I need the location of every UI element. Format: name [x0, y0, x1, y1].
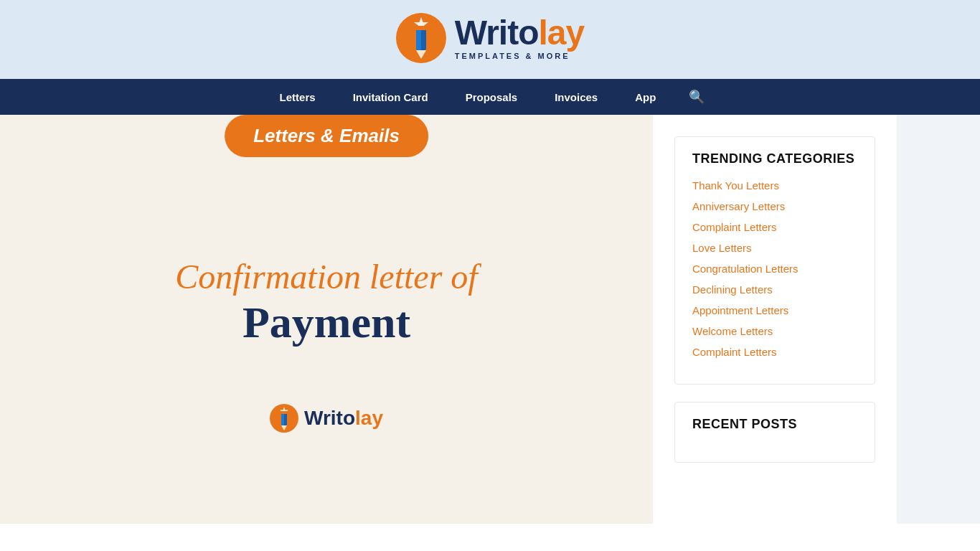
logo-lay: lay — [539, 14, 585, 52]
nav-invoices[interactable]: Invoices — [536, 79, 616, 115]
nav-app[interactable]: App — [616, 79, 674, 115]
hero-area: Confirmation letter of Payment Writolay — [0, 115, 653, 524]
mini-logo: Writolay — [270, 404, 383, 433]
mini-logo-text: Writolay — [304, 407, 383, 430]
sidebar: TRENDING CATEGORIES Thank You Letters An… — [653, 115, 897, 524]
hero-italic: Confirmation letter of — [175, 256, 477, 298]
recent-posts-title: RECENT POSTS — [692, 417, 857, 432]
trending-title: TRENDING CATEGORIES — [692, 151, 857, 166]
sidebar-link-appointment[interactable]: Appointment Letters — [692, 304, 857, 316]
mini-write: Writo — [304, 407, 355, 429]
nav-invitation-card[interactable]: Invitation Card — [334, 79, 447, 115]
sidebar-link-declining[interactable]: Declining Letters — [692, 283, 857, 296]
sidebar-link-congratulation[interactable]: Congratulation Letters — [692, 263, 857, 275]
hero-text: Confirmation letter of Payment — [175, 256, 477, 347]
trending-categories-section: TRENDING CATEGORIES Thank You Letters An… — [674, 136, 875, 385]
main-nav: Letters Invitation Card Proposals Invoic… — [0, 79, 980, 115]
logo-write: Writo — [455, 14, 539, 52]
page-wrapper: Letters & Emails Confirmation letter of … — [0, 115, 980, 524]
sidebar-link-thank-you[interactable]: Thank You Letters — [692, 179, 857, 192]
svg-rect-3 — [416, 29, 421, 50]
sidebar-link-anniversary[interactable]: Anniversary Letters — [692, 200, 857, 212]
logo-text: Writolay — [455, 16, 585, 50]
mini-logo-icon — [270, 404, 298, 433]
letters-banner: Letters & Emails — [225, 115, 428, 157]
mini-lay: lay — [355, 407, 383, 429]
logo-tagline: TEMPLATES & MORE — [455, 52, 570, 60]
nav-letters[interactable]: Letters — [261, 79, 334, 115]
svg-rect-5 — [416, 26, 426, 30]
main-content: Letters & Emails Confirmation letter of … — [0, 115, 653, 524]
nav-proposals[interactable]: Proposals — [447, 79, 537, 115]
sidebar-link-complaint-2[interactable]: Complaint Letters — [692, 346, 857, 358]
recent-posts-section: RECENT POSTS — [674, 402, 875, 463]
hero-bold: Payment — [175, 298, 477, 347]
logo-text-wrap: Writolay TEMPLATES & MORE — [455, 16, 585, 60]
svg-rect-11 — [281, 411, 287, 414]
sidebar-link-complaint-1[interactable]: Complaint Letters — [692, 221, 857, 233]
logo-icon — [396, 13, 446, 63]
svg-rect-9 — [281, 413, 284, 425]
logo[interactable]: Writolay TEMPLATES & MORE — [396, 13, 585, 63]
sidebar-link-welcome[interactable]: Welcome Letters — [692, 325, 857, 337]
sidebar-link-love[interactable]: Love Letters — [692, 242, 857, 254]
site-header: Writolay TEMPLATES & MORE — [0, 0, 980, 79]
search-icon[interactable]: 🔍 — [674, 79, 719, 115]
